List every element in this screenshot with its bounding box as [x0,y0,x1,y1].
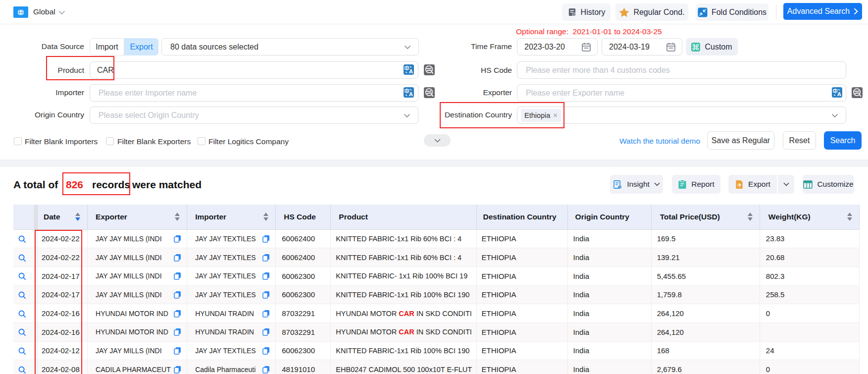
svg-text:BI: BI [618,184,622,189]
